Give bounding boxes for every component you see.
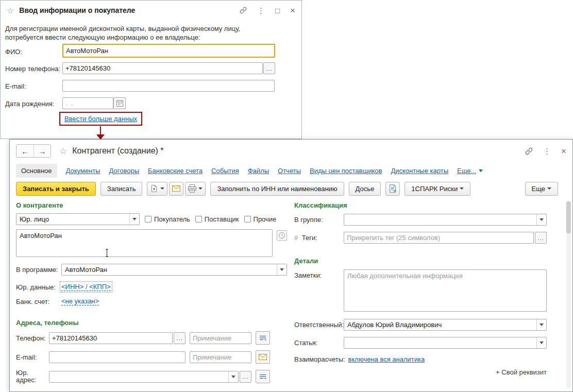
fill-by-inn-button[interactable]: Заполнить по ИНН или наименованию: [210, 182, 344, 196]
bank-account-row: Банк. счет: <не указан>: [16, 297, 287, 305]
kebab-menu-icon[interactable]: ⋮: [257, 7, 265, 14]
inn-kpp-link[interactable]: <ИНН> / <КПП>: [61, 283, 111, 291]
dropdown-button[interactable]: [277, 264, 286, 275]
settlements-label: Взаиморасчеты:: [294, 355, 345, 363]
dropdown-arrow-icon: [460, 188, 464, 190]
counterparty-name-textarea[interactable]: АвтоМотоРан: [16, 229, 273, 257]
notes-row: Заметки:: [294, 269, 547, 312]
dropdown-arrow-icon: [231, 376, 235, 378]
dossier-button[interactable]: Досье: [349, 182, 381, 196]
scrollbar-thumb[interactable]: [566, 201, 571, 233]
fio-input[interactable]: [62, 44, 275, 58]
create-based-on-button[interactable]: [147, 182, 167, 196]
print-button[interactable]: [185, 182, 206, 196]
settlements-analytics-link[interactable]: включена вся аналитика: [348, 355, 425, 363]
tab-documents[interactable]: Документы: [66, 167, 100, 175]
send-email-button[interactable]: [169, 182, 183, 196]
customer-info-dialog: ☆ Ввод информации о покупателе ⋮ □ × Для…: [0, 0, 302, 139]
checkbox-other[interactable]: Прочие: [244, 215, 277, 223]
dropdown-button[interactable]: [228, 371, 238, 382]
email-note-input[interactable]: [190, 351, 251, 363]
tab-more[interactable]: Еще...: [457, 167, 483, 175]
section-header-details: Детали: [294, 257, 547, 265]
group-label: В группе:: [294, 216, 344, 224]
tab-files[interactable]: Файлы: [248, 167, 269, 175]
responsible-row: Ответственный: Абдулов Юрий Владимирович: [294, 319, 547, 331]
email-label: E-mail:: [16, 353, 49, 361]
tab-bank-accounts[interactable]: Банковские счета: [148, 167, 203, 175]
responsible-combo[interactable]: Абдулов Юрий Владимирович: [344, 319, 547, 331]
dropdown-button[interactable]: [536, 337, 546, 348]
in-program-combo[interactable]: АвтоМотоРан: [61, 264, 287, 276]
email-input[interactable]: [62, 80, 275, 92]
legal-address-select-button[interactable]: ...: [240, 371, 251, 383]
checkbox-box-icon: [244, 216, 251, 223]
dropdown-arrow-icon: [540, 218, 544, 221]
tab-reports[interactable]: Отчеты: [278, 167, 301, 175]
dropdown-button[interactable]: [536, 214, 546, 225]
legal-address-row: Юр. адрес: ...: [16, 369, 287, 384]
save-button[interactable]: Записать: [100, 182, 143, 196]
favorite-star-icon[interactable]: ☆: [59, 146, 67, 157]
legal-address-actions-button[interactable]: [256, 370, 270, 383]
email-send-button[interactable]: [256, 350, 270, 364]
dropdown-button[interactable]: [129, 214, 139, 225]
phone-actions-button[interactable]: [256, 331, 270, 345]
mouse-text-cursor: [105, 249, 109, 257]
counterparty-titlebar: ← → ☆ Контрагент (создание) * ⋮ ×: [10, 140, 572, 162]
birthdate-input[interactable]: [62, 97, 113, 109]
calendar-button[interactable]: [113, 97, 126, 109]
tab-discount-cards[interactable]: Дисконтные карты: [391, 167, 448, 175]
name-field-wrap: АвтоМотоРан: [16, 229, 287, 259]
checkbox-buyer[interactable]: Покупатель: [145, 215, 190, 223]
close-icon[interactable]: ×: [290, 6, 295, 15]
vertical-scrollbar[interactable]: [566, 200, 571, 388]
bank-account-link[interactable]: <не указан>: [61, 297, 99, 305]
window-titlebar-icons: ⋮ ×: [525, 147, 566, 156]
phone-note-input[interactable]: [190, 332, 251, 344]
notes-textarea[interactable]: [344, 269, 547, 312]
enter-more-data-link[interactable]: Ввести больше данных: [64, 115, 137, 123]
tab-main[interactable]: Основное: [16, 164, 57, 178]
save-and-close-button[interactable]: Записать и закрыть: [16, 182, 96, 196]
email-input[interactable]: [49, 351, 186, 363]
dialog-description: Для регистрации именной дисконтной карты…: [5, 24, 240, 42]
close-icon[interactable]: ×: [561, 147, 566, 156]
back-button[interactable]: ←: [16, 145, 33, 157]
tags-select-button[interactable]: ...: [535, 232, 547, 244]
counterparty-window: ← → ☆ Контрагент (создание) * ⋮ × Основн…: [9, 139, 573, 392]
contact-lines-icon: [259, 373, 267, 380]
copy-link-icon[interactable]: [525, 147, 533, 155]
checkbox-supplier[interactable]: Поставщик: [195, 215, 239, 223]
phone-label: Телефон:: [16, 334, 49, 342]
phone-input[interactable]: [62, 62, 263, 74]
phone-select-button[interactable]: ...: [174, 332, 186, 344]
phone-input[interactable]: [49, 332, 173, 344]
tab-events[interactable]: События: [211, 167, 239, 175]
tab-supplier-price-types[interactable]: Виды цен поставщиков: [310, 167, 382, 175]
group-combo[interactable]: [344, 214, 547, 226]
favorite-star-icon[interactable]: ☆: [7, 6, 14, 15]
tab-contracts[interactable]: Договоры: [109, 167, 139, 175]
annotation-highlight-box: Ввести больше данных: [59, 112, 142, 126]
copy-link-icon[interactable]: [240, 7, 247, 14]
article-combo[interactable]: [344, 337, 547, 349]
entity-type-combo[interactable]: Юр. лицо: [16, 213, 140, 225]
phone-select-button[interactable]: ...: [263, 62, 275, 74]
dropdown-button[interactable]: [536, 319, 546, 330]
legal-address-label: Юр. адрес:: [16, 369, 49, 384]
more-button[interactable]: Еще: [525, 182, 558, 196]
legal-address-combo[interactable]: [49, 371, 239, 383]
history-button[interactable]: [277, 230, 287, 241]
spark-risks-button[interactable]: 1СПАРК Риски: [405, 182, 470, 196]
form-content: О контрагенте Юр. лицо Покупатель Постав…: [10, 198, 572, 391]
forward-button[interactable]: →: [33, 145, 50, 157]
custom-attribute-link[interactable]: + Свой реквизит: [294, 368, 547, 376]
section-header-classification: Классификация: [294, 201, 547, 209]
maximize-icon[interactable]: □: [275, 7, 280, 14]
kebab-menu-icon[interactable]: ⋮: [543, 147, 551, 155]
left-column: О контрагенте Юр. лицо Покупатель Постав…: [16, 198, 287, 384]
tags-input[interactable]: [344, 232, 534, 244]
egrul-extract-button[interactable]: [385, 182, 400, 196]
contact-lines-icon: [259, 334, 267, 342]
